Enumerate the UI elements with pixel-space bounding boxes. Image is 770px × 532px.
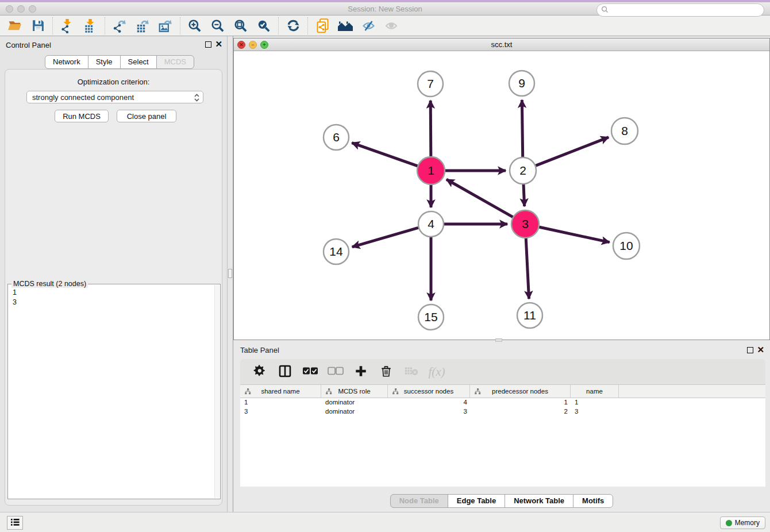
criterion-value: strongly connected component xyxy=(32,93,134,102)
hierarchy-icon xyxy=(475,388,481,396)
run-mcds-button[interactable]: Run MCDS xyxy=(55,110,109,122)
node-label-6: 6 xyxy=(333,130,340,144)
network-canvas[interactable]: 7968124314101511 xyxy=(234,51,769,340)
table-cell[interactable]: 4 xyxy=(388,398,470,407)
float-table-panel-icon[interactable] xyxy=(747,347,753,353)
node-2[interactable]: 2 xyxy=(510,157,536,184)
splitter-grip[interactable] xyxy=(228,269,232,278)
column-label: shared name xyxy=(261,388,299,395)
node-7[interactable]: 7 xyxy=(418,71,443,97)
table-cell[interactable]: 3 xyxy=(240,407,321,417)
edge-3-1[interactable] xyxy=(446,179,513,217)
close-table-panel-icon[interactable]: ✕ xyxy=(757,346,764,353)
apply-layout-button[interactable] xyxy=(282,17,305,35)
node-10[interactable]: 10 xyxy=(613,233,640,259)
edge-3-10[interactable] xyxy=(538,227,609,242)
column-header-MCDS-role[interactable]: MCDS role xyxy=(321,385,388,398)
node-8[interactable]: 8 xyxy=(611,118,638,144)
node-11[interactable]: 11 xyxy=(517,303,542,328)
column-header-name[interactable]: name xyxy=(571,385,619,398)
tab-network-table[interactable]: Network Table xyxy=(505,494,573,508)
float-panel-icon[interactable] xyxy=(205,41,211,48)
export-network-button[interactable] xyxy=(108,17,131,35)
close-panel-button[interactable]: Close panel xyxy=(117,110,176,122)
export-table-button[interactable] xyxy=(131,17,154,35)
table-row[interactable]: 3dominator323 xyxy=(240,407,765,417)
node-label-14: 14 xyxy=(329,245,343,258)
edge-3-11[interactable] xyxy=(526,238,529,299)
column-header-shared-name[interactable]: shared name xyxy=(240,385,321,398)
node-9[interactable]: 9 xyxy=(509,71,534,96)
zoom-in-button[interactable] xyxy=(183,17,206,35)
zoom-fit-button[interactable] xyxy=(229,17,252,35)
column-header-successor-nodes[interactable]: successor nodes xyxy=(388,385,470,398)
delete-table-button xyxy=(401,362,422,381)
import-network-button[interactable] xyxy=(56,17,79,35)
open-session-button[interactable] xyxy=(3,17,26,35)
search-field[interactable] xyxy=(596,3,764,17)
table-cell[interactable]: dominator xyxy=(321,398,388,407)
table-cell[interactable]: dominator xyxy=(321,407,388,417)
table-cell[interactable]: 1 xyxy=(240,398,321,407)
node-6[interactable]: 6 xyxy=(324,125,349,150)
mcds-result-text[interactable]: 1 3 xyxy=(13,288,17,307)
column-label: successor nodes xyxy=(404,388,453,395)
edge-1-7[interactable] xyxy=(430,101,431,157)
first-neighbors-button[interactable] xyxy=(334,17,357,35)
node-4[interactable]: 4 xyxy=(418,211,444,237)
tab-mcds[interactable]: MCDS xyxy=(156,55,194,69)
hide-selected-button[interactable] xyxy=(357,17,380,35)
close-panel-icon[interactable]: ✕ xyxy=(215,41,222,47)
zoom-selected-button[interactable] xyxy=(252,17,275,35)
delete-column-button[interactable] xyxy=(376,362,396,381)
unselect-all-columns-button[interactable] xyxy=(325,362,346,381)
task-history-button[interactable] xyxy=(7,516,23,530)
node-table: shared nameMCDS rolesuccessor nodesprede… xyxy=(240,384,765,487)
criterion-dropdown[interactable]: strongly connected component xyxy=(26,91,203,103)
node-14[interactable]: 14 xyxy=(324,239,349,264)
table-panel: Table Panel ✕ f(x) shared nameMCDS roles… xyxy=(233,343,770,512)
zoom-out-icon xyxy=(210,18,225,33)
save-session-button[interactable] xyxy=(26,17,49,35)
create-column-button[interactable] xyxy=(351,362,371,381)
export-image-button[interactable] xyxy=(154,17,177,35)
node-1[interactable]: 1 xyxy=(417,157,445,184)
table-settings-button[interactable] xyxy=(249,362,270,381)
tab-motifs[interactable]: Motifs xyxy=(573,494,613,508)
table-row[interactable]: 1dominator411 xyxy=(240,398,765,407)
copy-network-icon xyxy=(315,18,330,34)
result-scrollbar[interactable] xyxy=(214,285,220,498)
memory-button[interactable]: Memory xyxy=(720,516,765,529)
horizontal-splitter-grip[interactable] xyxy=(495,338,502,342)
zoom-selected-icon xyxy=(256,18,271,33)
folder-open-icon xyxy=(7,18,23,33)
new-network-from-selection-button[interactable] xyxy=(311,17,334,35)
table-cell[interactable]: 2 xyxy=(470,407,571,417)
show-all-button xyxy=(380,17,403,35)
tab-style[interactable]: Style xyxy=(88,55,121,69)
tab-network[interactable]: Network xyxy=(45,55,88,69)
edge-2-3[interactable] xyxy=(523,184,525,206)
zoom-out-button[interactable] xyxy=(206,17,229,35)
tab-select[interactable]: Select xyxy=(120,55,157,69)
node-3[interactable]: 3 xyxy=(511,210,539,238)
tab-edge-table[interactable]: Edge Table xyxy=(448,494,505,508)
table-cell[interactable]: 3 xyxy=(388,407,470,417)
import-table-button[interactable] xyxy=(79,17,102,35)
edge-4-14[interactable] xyxy=(352,228,419,247)
tab-node-table[interactable]: Node Table xyxy=(390,494,448,508)
edge-1-6[interactable] xyxy=(352,143,418,166)
search-input[interactable] xyxy=(611,6,755,14)
edge-2-8[interactable] xyxy=(535,137,609,166)
table-cell[interactable]: 1 xyxy=(571,398,619,407)
node-label-11: 11 xyxy=(523,309,536,322)
select-all-columns-button[interactable] xyxy=(300,362,321,381)
vertical-splitter[interactable] xyxy=(227,36,233,512)
node-15[interactable]: 15 xyxy=(418,304,444,330)
table-cell[interactable]: 1 xyxy=(470,398,571,407)
edge-2-9[interactable] xyxy=(522,100,522,157)
column-label: predecessor nodes xyxy=(492,388,548,395)
show-columns-button[interactable] xyxy=(275,362,295,381)
column-header-predecessor-nodes[interactable]: predecessor nodes xyxy=(470,385,571,398)
table-cell[interactable]: 3 xyxy=(571,407,619,417)
